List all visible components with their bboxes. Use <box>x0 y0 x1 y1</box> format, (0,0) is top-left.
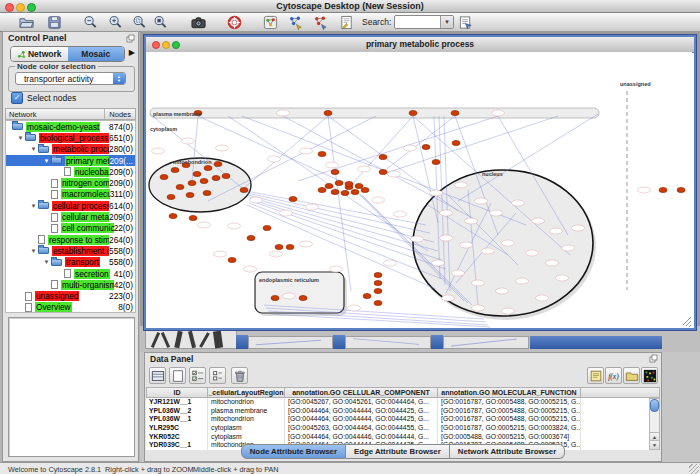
snapshot-button[interactable] <box>190 14 207 30</box>
network-tree-row[interactable]: Overview8(0) <box>6 302 135 313</box>
zoom-selected-button[interactable] <box>131 14 148 30</box>
disclosure-triangle-icon[interactable]: ▼ <box>42 259 51 265</box>
network-tree-row[interactable]: ▼primary metabo209(... <box>6 155 135 166</box>
select-all-attributes-button[interactable] <box>149 367 166 384</box>
birds-eye-view[interactable] <box>8 317 135 457</box>
network-tree-row[interactable]: ▼cellular process614(0) <box>6 200 135 211</box>
folder-icon <box>12 123 23 130</box>
plasma-membrane-label: plasma membrane <box>153 111 201 117</box>
network-tree-row[interactable]: cell communicat22(0) <box>6 223 135 234</box>
unselect-all-attributes-button[interactable] <box>169 367 186 384</box>
window-resize-grip[interactable] <box>689 464 699 474</box>
canvas-resize-grip[interactable] <box>683 317 691 327</box>
search-combobox[interactable]: ▼ <box>394 15 454 29</box>
search-input[interactable] <box>396 16 442 28</box>
network-tree-row[interactable]: mosaic-demo-yeast874(0) <box>6 121 135 132</box>
cell-cc: [GO:0044464, GO:0044444, GO:0044425, G..… <box>285 415 438 424</box>
tab-mosaic[interactable]: Mosaic <box>68 47 125 61</box>
chevron-down-icon[interactable]: ▼ <box>440 16 453 28</box>
main-toolbar: Search: ▼ <box>0 13 700 32</box>
node-count: 651(0) <box>109 133 135 143</box>
search-config-button[interactable] <box>457 14 474 30</box>
new-network-button[interactable] <box>287 14 304 30</box>
delete-attribute-button[interactable] <box>231 367 248 384</box>
disclosure-triangle-icon[interactable]: ▼ <box>29 203 38 209</box>
attribute-table[interactable]: YJR121W__1mitochondrion[GO:0045267, GO:0… <box>146 398 649 450</box>
attribute-table-header[interactable]: ID _cellularLayoutRegion annotation.GO C… <box>146 387 660 398</box>
disclosure-triangle-icon[interactable]: ▼ <box>16 135 25 141</box>
network-tree[interactable]: mosaic-demo-yeast874(0)▼biological_proce… <box>5 120 136 313</box>
network-canvas[interactable]: plasma membrane cytoplasm mitochondrion … <box>146 52 692 328</box>
network-tab-icon <box>17 50 26 59</box>
cytoscape-app: Cytoscape Desktop (New Session) Search: <box>0 0 700 474</box>
annotation-button[interactable] <box>338 14 355 30</box>
destroy-network-icon <box>313 15 328 30</box>
table-row[interactable]: YPL036W__1mitochondrion[GO:0044464, GO:0… <box>146 415 649 424</box>
tab-network[interactable]: Network <box>11 47 68 61</box>
table-scrollbar[interactable]: ▲ ▼ <box>649 398 660 450</box>
network-tree-row[interactable]: ▼metabolic process280(0) <box>6 144 135 155</box>
network-tree-row[interactable]: ▼biological_process651(0) <box>6 132 135 143</box>
table-row[interactable]: YJR121W__1mitochondrion[GO:0045267, GO:0… <box>146 398 649 407</box>
float-panel-icon[interactable] <box>649 354 658 363</box>
column-region[interactable]: _cellularLayoutRegion <box>208 387 285 398</box>
network-window-titlebar[interactable]: primary metabolic process <box>146 37 694 53</box>
disclosure-triangle-icon[interactable]: ▼ <box>29 248 38 254</box>
page-icon <box>38 235 45 244</box>
select-attributes-button[interactable] <box>189 367 206 384</box>
network-tree-row[interactable]: nucleobase-c209(0) <box>6 166 135 177</box>
network-tree-row[interactable]: macromolecule311(0) <box>6 189 135 200</box>
zoom-in-button[interactable] <box>107 14 124 30</box>
network-tree-row[interactable]: ▼establishment of lo558(0) <box>6 245 135 256</box>
scrollbar-thumb[interactable] <box>650 399 659 412</box>
vizmapper-button[interactable] <box>262 14 279 30</box>
table-row[interactable]: YKR052Ccytoplasm[GO:0044464, GO:0044446,… <box>146 433 649 442</box>
zoom-fit-button[interactable] <box>152 14 169 30</box>
cell-mf: [GO:0016787, GO:0005488, GO:0005215, G..… <box>438 407 581 416</box>
select-nodes-checkbox[interactable]: ✓ <box>11 92 23 104</box>
folder-icon <box>38 247 49 254</box>
node-count: 558(0) <box>109 257 135 267</box>
network-tree-row[interactable]: nitrogen compo209(0) <box>6 177 135 188</box>
tab-node-attribute-browser[interactable]: Node Attribute Browser <box>241 444 346 459</box>
node-count: 209(0) <box>109 167 135 177</box>
network-tree-row[interactable]: ▼transport558(0) <box>6 257 135 268</box>
column-molecular-function[interactable]: annotation.GO MOLECULAR_FUNCTION <box>438 387 581 398</box>
network-tree-row[interactable]: cellular metabo209(0) <box>6 211 135 222</box>
tab-network-attribute-browser[interactable]: Network Attribute Browser <box>450 444 566 459</box>
select-nodes-label: Select nodes <box>27 93 76 103</box>
table-row[interactable]: YLR295Ccytoplasm[GO:0045263, GO:0044464,… <box>146 424 649 433</box>
disclosure-triangle-icon[interactable]: ▼ <box>29 146 38 152</box>
matrix-view-button[interactable] <box>641 367 658 384</box>
tab-overflow-arrow[interactable]: ▶ <box>129 48 135 57</box>
unselect-attributes-button[interactable] <box>209 367 226 384</box>
open-session-button[interactable] <box>18 14 35 30</box>
disclosure-triangle-icon[interactable]: ▼ <box>42 158 51 164</box>
network-window[interactable]: primary metabolic process <box>144 35 696 330</box>
function-builder-button[interactable]: f(x) <box>605 367 622 384</box>
network-tree-row[interactable]: secretion41(0) <box>6 268 135 279</box>
save-session-button[interactable] <box>46 14 63 30</box>
network-tree-row[interactable]: unassigned223(0) <box>6 290 135 301</box>
import-attributes-button[interactable] <box>623 367 640 384</box>
page-icon <box>51 179 58 188</box>
help-button[interactable] <box>226 14 243 30</box>
zoom-out-button[interactable] <box>82 14 99 30</box>
region-shapes <box>149 91 627 320</box>
data-panel-area: Data Panel f(x) <box>140 352 700 462</box>
cell-region: plasma membrane <box>208 407 285 416</box>
network-tree-row[interactable]: multi-organism pro42(0) <box>6 279 135 290</box>
window-titlebar[interactable]: Cytoscape Desktop (New Session) <box>0 0 700 13</box>
tab-edge-attribute-browser[interactable]: Edge Attribute Browser <box>346 444 450 459</box>
column-cellular-component[interactable]: annotation.GO CELLULAR_COMPONENT <box>285 387 438 398</box>
network-tree-row[interactable]: response to stimulu264(0) <box>6 234 135 245</box>
node-count: 223(0) <box>109 291 135 301</box>
table-row[interactable]: YPL036W__2plasma membrane[GO:0044464, GO… <box>146 407 649 416</box>
column-id[interactable]: ID <box>146 387 208 398</box>
zoom-out-icon <box>83 15 98 30</box>
destroy-network-button[interactable] <box>312 14 329 30</box>
node-color-dropdown[interactable]: transporter activity ▲▼ <box>15 72 126 85</box>
attribute-editor-button[interactable] <box>587 367 604 384</box>
mitochondrion-label: mitochondrion <box>173 159 212 165</box>
float-panel-icon[interactable] <box>126 34 135 43</box>
